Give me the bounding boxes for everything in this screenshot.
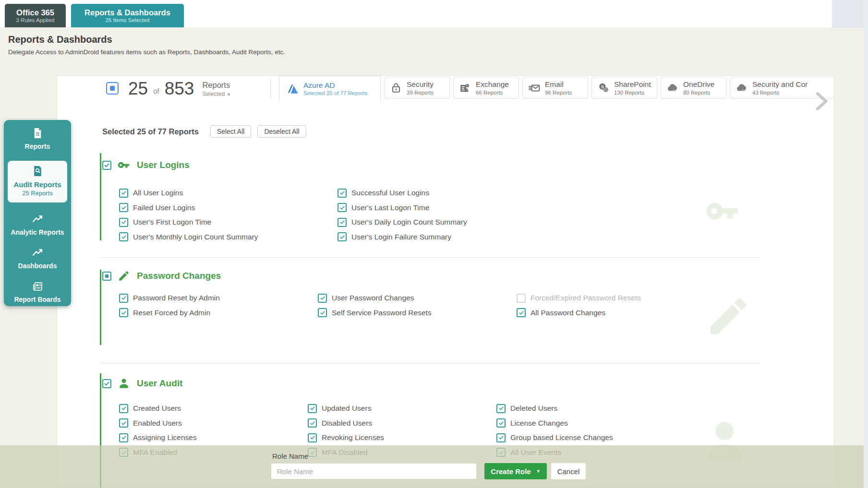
checked-checkbox[interactable] <box>496 404 506 413</box>
section-header: User Logins <box>102 159 834 171</box>
scrollbar-track[interactable] <box>864 0 868 488</box>
section-checkbox[interactable] <box>102 272 111 281</box>
audit-report-icon <box>32 165 44 177</box>
checked-checkbox[interactable] <box>496 418 506 428</box>
sidebar-item-reports[interactable]: Reports <box>4 127 71 150</box>
report-checkbox-item[interactable]: All Password Changes <box>517 306 715 321</box>
report-checkbox-item[interactable]: Revoking Licenses <box>308 430 496 445</box>
window-tab-subtitle: 3 Rules Applied <box>16 17 55 23</box>
indeterminate-mark <box>105 274 108 278</box>
checked-checkbox[interactable] <box>338 218 347 227</box>
checked-checkbox[interactable] <box>308 433 317 442</box>
report-label: Created Users <box>133 404 181 413</box>
deselect-all-button[interactable]: Deselect All <box>257 125 306 138</box>
report-checkbox-item[interactable]: User's Login Failure Summary <box>338 230 556 245</box>
section-divider <box>100 363 760 364</box>
report-label: Assigning Licenses <box>133 433 197 442</box>
report-checkbox-item[interactable]: User's Last Logon Time <box>338 201 556 215</box>
checked-checkbox[interactable] <box>119 218 128 227</box>
onedrive-icon <box>666 82 679 94</box>
report-checkbox-item[interactable]: Reset Forced by Admin <box>119 306 318 321</box>
sidebar-item-label: Reports <box>4 143 71 150</box>
pencil-icon <box>118 270 130 282</box>
service-tab-azure-ad[interactable]: Azure ADSelected 25 of 77 Reports <box>279 76 381 101</box>
service-tab-security[interactable]: Security39 Reports <box>384 77 450 99</box>
checked-checkbox[interactable] <box>308 418 317 428</box>
checked-checkbox[interactable] <box>119 433 128 442</box>
report-checkbox-item[interactable]: Failed User Logins <box>119 201 338 215</box>
report-label: Disabled Users <box>322 419 372 428</box>
window-tab-subtitle: 25 Items Selected <box>105 17 149 23</box>
section-checkbox[interactable] <box>102 161 111 170</box>
report-checkbox-item[interactable]: User Password Changes <box>318 291 517 306</box>
sidebar-item-audit-reports[interactable]: Audit Reports25 Reports <box>8 161 67 202</box>
caret-down-icon: ▼ <box>227 92 231 97</box>
checked-checkbox[interactable] <box>119 189 128 198</box>
sidebar-item-report-boards[interactable]: Report Boards <box>4 280 71 303</box>
report-checkbox-item[interactable]: User's First Logon Time <box>119 215 338 230</box>
service-tab-sharepoint[interactable]: SSharePoint130 Reports <box>591 77 657 99</box>
checked-checkbox[interactable] <box>517 308 526 317</box>
report-checkbox-item[interactable]: Created Users <box>119 401 308 416</box>
service-tab-count: 66 Reports <box>476 90 509 95</box>
select-all-button[interactable]: Select All <box>210 125 252 138</box>
service-tab-onedrive[interactable]: OneDrive80 Reports <box>661 77 726 99</box>
checked-checkbox[interactable] <box>119 203 128 212</box>
master-checkbox[interactable] <box>106 82 119 95</box>
trend-icon <box>32 213 44 225</box>
report-checkbox-item[interactable]: License Changes <box>496 416 685 431</box>
checked-checkbox[interactable] <box>119 294 128 303</box>
window-tab-office365[interactable]: Office 365 3 Rules Applied <box>5 4 66 27</box>
of-label: of <box>153 87 159 95</box>
report-checkbox-item[interactable]: User's Daily Login Count Summary <box>338 215 556 230</box>
service-tab-email[interactable]: Email96 Reports <box>522 77 588 99</box>
report-checkbox-item[interactable]: All User Logins <box>119 186 338 201</box>
checked-checkbox[interactable] <box>318 308 327 317</box>
section-checkbox[interactable] <box>102 379 111 388</box>
report-checkbox-item[interactable]: Successful User Logins <box>338 186 556 201</box>
sidebar-item-dashboards[interactable]: Dashboards <box>4 247 71 270</box>
service-tab-texts: Security and Cor43 Reports <box>752 80 808 95</box>
report-checkbox-item[interactable]: Enabled Users <box>119 416 308 431</box>
create-role-button[interactable]: Create Role ▼ <box>484 463 547 479</box>
service-tab-count: 39 Reports <box>407 90 434 95</box>
checked-checkbox[interactable] <box>338 203 347 212</box>
checked-checkbox[interactable] <box>338 232 347 241</box>
lock-icon <box>390 82 402 94</box>
report-label: Self Service Password Resets <box>332 309 432 317</box>
service-tab-exchange[interactable]: Exchange66 Reports <box>453 77 519 99</box>
report-checkbox-item[interactable]: Forced/Expired Password Resets <box>517 291 715 306</box>
report-checkbox-item[interactable]: Self Service Password Resets <box>318 306 517 321</box>
report-label: Enabled Users <box>133 419 182 428</box>
report-checkbox-item[interactable]: Disabled Users <box>308 416 496 431</box>
checked-checkbox[interactable] <box>119 418 128 428</box>
report-label: Password Reset by Admin <box>133 294 220 302</box>
selected-dropdown[interactable]: Selected▼ <box>202 91 231 97</box>
service-tab-count: 130 Reports <box>614 90 651 95</box>
azure-icon <box>287 83 299 95</box>
sidebar-item-analytic-reports[interactable]: Analytic Reports <box>4 213 71 236</box>
tabs-scroll-right-icon[interactable] <box>811 89 831 113</box>
checked-checkbox[interactable] <box>119 308 128 317</box>
service-tab-texts: Azure ADSelected 25 of 77 Reports <box>303 81 367 96</box>
report-checkbox-item[interactable]: Group based License Changes <box>496 430 685 445</box>
checked-checkbox[interactable] <box>496 433 506 442</box>
checked-checkbox[interactable] <box>338 189 347 198</box>
checked-checkbox[interactable] <box>119 232 128 241</box>
report-checkbox-item[interactable]: Updated Users <box>308 401 496 416</box>
checked-checkbox[interactable] <box>318 294 327 303</box>
report-checkbox-item[interactable]: Deleted Users <box>496 401 685 416</box>
service-tab-texts: Email96 Reports <box>545 80 572 95</box>
report-checkbox-item[interactable]: Assigning Licenses <box>119 430 308 445</box>
checked-checkbox[interactable] <box>119 404 128 413</box>
report-checkbox-item[interactable]: User's Monthly Login Count Summary <box>119 230 338 245</box>
selection-toolbar: Selected 25 of 77 Reports Select All Des… <box>102 125 313 138</box>
cancel-button[interactable]: Cancel <box>551 463 586 479</box>
unchecked-checkbox[interactable] <box>517 294 526 303</box>
report-label: User's Daily Login Count Summary <box>351 218 467 226</box>
report-checkbox-item[interactable]: Password Reset by Admin <box>119 291 318 306</box>
window-tab-reports-dashboards[interactable]: Reports & Dashboards 25 Items Selected <box>71 4 184 27</box>
role-name-input[interactable] <box>271 464 476 479</box>
checked-checkbox[interactable] <box>308 404 317 413</box>
report-label: License Changes <box>510 419 568 428</box>
